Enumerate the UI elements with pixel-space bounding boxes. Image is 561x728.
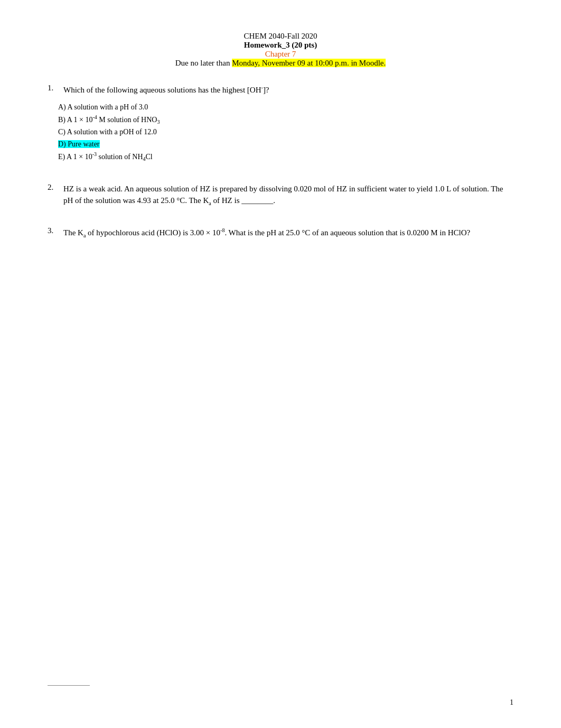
q1-option-d: D) Pure water [58, 139, 513, 150]
q1-option-e: E) A 1 × 10-3 solution of NH4Cl [58, 150, 513, 163]
q2-number: 2. [48, 183, 63, 192]
q3-number: 3. [48, 226, 63, 235]
question-2-row: 2. HZ is a weak acid. An aqueous solutio… [48, 183, 513, 208]
q1-text: Which of the following aqueous solutions… [63, 84, 269, 96]
q3-text: The Ka of hypochlorous acid (HClO) is 3.… [63, 226, 470, 239]
question-3-row: 3. The Ka of hypochlorous acid (HClO) is… [48, 226, 513, 239]
page-number: 1 [510, 698, 513, 707]
q1-options: A) A solution with a pH of 3.0 B) A 1 × … [58, 102, 513, 164]
homework-title: Homework_3 (20 pts) [48, 41, 513, 50]
q2-text: HZ is a weak acid. An aqueous solution o… [63, 183, 513, 208]
q1-option-a: A) A solution with a pH of 3.0 [58, 102, 513, 113]
q1-number: 1. [48, 84, 63, 93]
header: CHEM 2040-Fall 2020 Homework_3 (20 pts) … [48, 32, 513, 68]
due-highlight: Monday, November 09 at 10:00 p.m. in Moo… [232, 59, 386, 67]
question-1-row: 1. Which of the following aqueous soluti… [48, 84, 513, 96]
chapter-title: Chapter 7 [48, 50, 513, 59]
question-3: 3. The Ka of hypochlorous acid (HClO) is… [48, 226, 513, 239]
question-1: 1. Which of the following aqueous soluti… [48, 84, 513, 164]
questions-section: 1. Which of the following aqueous soluti… [48, 84, 513, 239]
page: CHEM 2040-Fall 2020 Homework_3 (20 pts) … [0, 0, 561, 728]
due-date: Due no later than Monday, November 09 at… [48, 59, 513, 68]
due-prefix: Due no later than [175, 59, 232, 67]
q1-option-c: C) A solution with a pOH of 12.0 [58, 126, 513, 138]
question-2: 2. HZ is a weak acid. An aqueous solutio… [48, 183, 513, 208]
q1-option-b: B) A 1 × 10-4 M solution of HNO3 [58, 113, 513, 126]
bottom-line [48, 685, 90, 686]
course-title: CHEM 2040-Fall 2020 [48, 32, 513, 41]
